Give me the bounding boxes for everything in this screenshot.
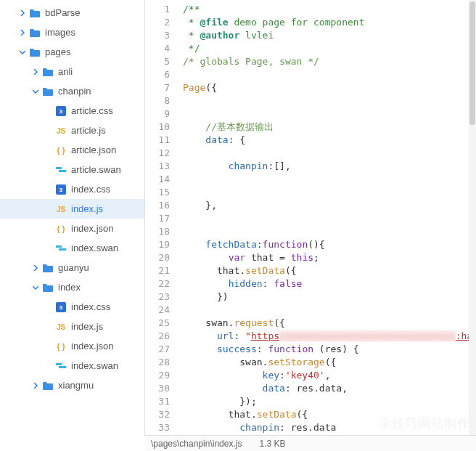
code-line[interactable] xyxy=(183,94,476,107)
line-number[interactable]: 12 xyxy=(145,147,170,160)
line-number[interactable]: 32 xyxy=(145,408,170,421)
scrollbar-thumb[interactable] xyxy=(469,1,475,125)
line-number[interactable]: 10 xyxy=(145,121,170,134)
code-line[interactable]: /* globals Page, swan */ xyxy=(183,55,476,68)
file-tree[interactable]: bdParseimagespagesanlichanpin3article.cs… xyxy=(0,0,145,436)
file-item-index.js[interactable]: JSindex.js xyxy=(0,317,144,336)
code-line[interactable]: that.setData({ xyxy=(183,408,476,421)
chevron-right-icon[interactable] xyxy=(19,9,26,17)
folder-item-xiangmu[interactable]: xiangmu xyxy=(0,375,144,395)
folder-item-anli[interactable]: anli xyxy=(0,62,144,81)
code-line[interactable] xyxy=(183,304,476,317)
code-line[interactable]: */ xyxy=(183,42,476,55)
folder-icon xyxy=(42,262,54,274)
chevron-right-icon[interactable] xyxy=(32,382,39,389)
line-number[interactable]: 19 xyxy=(145,238,170,251)
line-number[interactable]: 21 xyxy=(145,264,170,277)
folder-item-images[interactable]: images xyxy=(0,23,144,42)
code-line[interactable]: key:'key40', xyxy=(183,369,476,382)
line-number[interactable]: 29 xyxy=(145,369,170,382)
code-line[interactable]: }, xyxy=(183,199,476,212)
code-line[interactable]: }); xyxy=(183,395,476,408)
line-number[interactable]: 4 xyxy=(145,42,170,55)
code-line[interactable] xyxy=(183,147,476,160)
code-line[interactable]: success: function (res) { xyxy=(183,343,476,356)
file-item-index.js[interactable]: JSindex.js xyxy=(0,199,144,219)
code-line[interactable] xyxy=(183,173,476,186)
line-number[interactable]: 8 xyxy=(145,94,170,107)
file-item-article.swan[interactable]: article.swan xyxy=(0,160,144,179)
line-number[interactable]: 17 xyxy=(145,212,170,225)
folder-item-pages[interactable]: pages xyxy=(0,42,144,62)
file-item-index.json[interactable]: { }index.json xyxy=(0,219,144,238)
chevron-right-icon[interactable] xyxy=(32,264,39,272)
chevron-right-icon[interactable] xyxy=(19,29,26,36)
line-number[interactable]: 6 xyxy=(145,68,170,81)
line-number[interactable]: 23 xyxy=(145,290,170,304)
chevron-down-icon[interactable] xyxy=(32,284,39,291)
chevron-down-icon[interactable] xyxy=(19,49,26,56)
folder-item-chanpin[interactable]: chanpin xyxy=(0,81,144,101)
line-number[interactable]: 2 xyxy=(145,16,170,29)
code-line[interactable]: * @author lvlei xyxy=(183,29,476,42)
file-item-article.css[interactable]: 3article.css xyxy=(0,101,144,121)
line-number[interactable]: 16 xyxy=(145,199,170,212)
code-editor[interactable]: 1234567891011121314151617181920212223242… xyxy=(145,0,476,436)
line-number[interactable]: 26 xyxy=(145,330,170,343)
chevron-down-icon[interactable] xyxy=(32,88,39,95)
file-item-index.swan[interactable]: index.swan xyxy=(0,238,144,258)
line-number[interactable]: 30 xyxy=(145,382,170,395)
chevron-right-icon[interactable] xyxy=(32,68,39,76)
code-line[interactable]: fetchData:function(){ xyxy=(183,238,476,251)
line-number[interactable]: 9 xyxy=(145,107,170,121)
code-line[interactable] xyxy=(183,107,476,121)
code-line[interactable]: data: { xyxy=(183,134,476,147)
code-line[interactable] xyxy=(183,212,476,225)
code-line[interactable]: hidden: false xyxy=(183,277,476,290)
line-number[interactable]: 27 xyxy=(145,343,170,356)
line-number[interactable]: 15 xyxy=(145,186,170,199)
line-number[interactable]: 22 xyxy=(145,277,170,290)
file-item-index.swan[interactable]: index.swan xyxy=(0,356,144,375)
code-line[interactable]: chanpin:[], xyxy=(183,160,476,173)
line-number[interactable]: 24 xyxy=(145,304,170,317)
code-line[interactable]: //基本数据输出 xyxy=(183,121,476,134)
line-number[interactable]: 11 xyxy=(145,134,170,147)
scrollbar-track[interactable] xyxy=(469,0,476,436)
line-number[interactable]: 7 xyxy=(145,81,170,94)
line-number[interactable]: 28 xyxy=(145,356,170,369)
line-number[interactable]: 31 xyxy=(145,395,170,408)
code-line[interactable]: data: res.data, xyxy=(183,382,476,395)
line-number[interactable]: 18 xyxy=(145,225,170,238)
folder-item-bdParse[interactable]: bdParse xyxy=(0,3,144,23)
line-number[interactable]: 13 xyxy=(145,160,170,173)
folder-item-index[interactable]: index xyxy=(0,277,144,297)
line-number[interactable]: 3 xyxy=(145,29,170,42)
line-number[interactable]: 33 xyxy=(145,421,170,434)
line-number[interactable]: 1 xyxy=(145,3,170,16)
code-area[interactable]: /** * @file demo page for component * @a… xyxy=(177,0,476,436)
code-line[interactable]: }) xyxy=(183,290,476,304)
file-item-article.js[interactable]: JSarticle.js xyxy=(0,121,144,140)
line-number[interactable]: 25 xyxy=(145,317,170,330)
line-number[interactable]: 5 xyxy=(145,55,170,68)
code-line[interactable]: that.setData({ xyxy=(183,264,476,277)
line-number[interactable]: 20 xyxy=(145,251,170,264)
code-line[interactable]: /** xyxy=(183,3,476,16)
code-line[interactable]: * @file demo page for component xyxy=(183,16,476,29)
code-line[interactable]: chanpin: res.data xyxy=(183,421,476,434)
code-line[interactable]: var that = this; xyxy=(183,251,476,264)
code-line[interactable] xyxy=(183,68,476,81)
code-line[interactable]: swan.request({ xyxy=(183,317,476,330)
folder-item-guanyu[interactable]: guanyu xyxy=(0,258,144,277)
code-line[interactable]: swan.setStorage({ xyxy=(183,356,476,369)
code-line[interactable]: Page({ xyxy=(183,81,476,94)
file-item-article.json[interactable]: { }article.json xyxy=(0,140,144,160)
line-number[interactable]: 14 xyxy=(145,173,170,186)
code-line[interactable] xyxy=(183,225,476,238)
code-line[interactable] xyxy=(183,186,476,199)
file-item-index.css[interactable]: 3index.css xyxy=(0,297,144,317)
file-item-index.json[interactable]: { }index.json xyxy=(0,336,144,356)
code-line[interactable]: url: "httpsxxxxxxxxxxxxxxxxxxxxxxxxxxxxx… xyxy=(183,330,476,343)
file-item-index.css[interactable]: 3index.css xyxy=(0,179,144,199)
